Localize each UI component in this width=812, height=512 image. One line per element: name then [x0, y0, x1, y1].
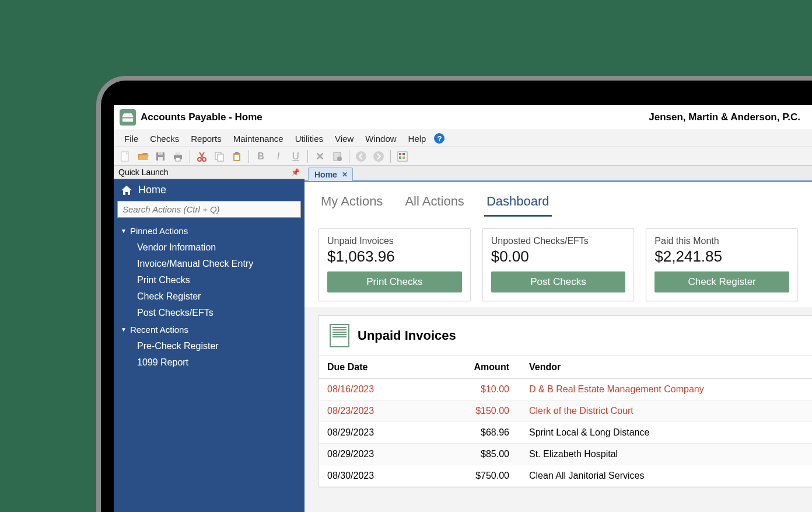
svg-point-9 [198, 158, 201, 161]
menu-view[interactable]: View [329, 132, 359, 145]
subtab-dashboard[interactable]: Dashboard [484, 190, 552, 217]
cell-due-date: 08/29/2023 [319, 444, 436, 465]
separator [307, 150, 308, 163]
toolbar: B I U ✕ [114, 147, 812, 166]
col-vendor[interactable]: Vendor [517, 356, 812, 379]
menu-file[interactable]: File [118, 132, 144, 145]
svg-rect-22 [402, 153, 405, 155]
recent-label: Recent Actions [130, 325, 188, 335]
dashboard-cards: Unpaid Invoices $1,063.96 Print Checks U… [304, 217, 812, 307]
svg-rect-1 [123, 117, 133, 119]
action-vendor-information[interactable]: Vendor Information [114, 239, 304, 256]
table-row[interactable]: 08/30/2023$750.00Clean All Janitorial Se… [319, 465, 812, 487]
table-row[interactable]: 08/29/2023$85.00St. Elizabeth Hospital [319, 444, 812, 465]
menu-utilities[interactable]: Utilities [289, 132, 329, 145]
table-row[interactable]: 08/29/2023$68.96Sprint Local & Long Dist… [319, 422, 812, 444]
svg-point-17 [337, 156, 342, 161]
cell-vendor: D & B Real Estate Management Company [517, 379, 812, 400]
svg-rect-5 [158, 157, 163, 161]
options-icon[interactable] [396, 149, 410, 163]
body: Quick Launch 📌 Home ▼ Pinned Actions [114, 166, 812, 512]
col-due-date[interactable]: Due Date [319, 356, 436, 379]
cell-due-date: 08/30/2023 [319, 465, 436, 487]
svg-rect-8 [176, 158, 180, 161]
paste-icon[interactable] [230, 149, 244, 163]
pinned-label: Pinned Actions [130, 226, 188, 236]
menu-maintenance[interactable]: Maintenance [228, 132, 289, 145]
document-tab-strip: Home ✕ [304, 166, 812, 182]
cut-icon[interactable] [195, 149, 209, 163]
card-label: Unpaid Invoices [327, 236, 462, 246]
subtab-all-actions[interactable]: All Actions [402, 190, 467, 217]
menu-window[interactable]: Window [359, 132, 402, 145]
sidebar-home[interactable]: Home [114, 179, 304, 201]
table-row[interactable]: 08/16/2023$10.00D & B Real Estate Manage… [319, 379, 812, 400]
menu-bar: File Checks Reports Maintenance Utilitie… [114, 130, 812, 147]
save-icon[interactable] [153, 149, 167, 163]
svg-rect-12 [218, 154, 223, 161]
print-checks-button[interactable]: Print Checks [327, 271, 462, 292]
pin-icon[interactable]: 📌 [291, 168, 300, 176]
new-icon[interactable] [118, 149, 132, 163]
action-post-checks[interactable]: Post Checks/EFTs [114, 305, 304, 321]
card-unposted-checks: Unposted Checks/EFTs $0.00 Post Checks [482, 228, 635, 301]
menu-checks[interactable]: Checks [144, 132, 185, 145]
cell-vendor: St. Elizabeth Hospital [517, 444, 812, 465]
home-label: Home [138, 184, 166, 196]
open-icon[interactable] [136, 149, 150, 163]
svg-rect-21 [399, 153, 401, 155]
separator [390, 150, 391, 163]
table-row[interactable]: 08/23/2023$150.00Clerk of the District C… [319, 400, 812, 422]
action-print-checks[interactable]: Print Checks [114, 272, 304, 288]
search-input[interactable] [117, 201, 301, 218]
svg-rect-7 [176, 152, 180, 155]
check-register-button[interactable]: Check Register [654, 271, 789, 292]
title-bar: Accounts Payable - Home Jensen, Martin &… [114, 105, 812, 130]
recent-actions-header[interactable]: ▼ Recent Actions [114, 321, 304, 338]
bold-icon[interactable]: B [254, 149, 268, 163]
cell-due-date: 08/23/2023 [319, 400, 436, 422]
delete-icon[interactable]: ✕ [313, 149, 327, 163]
separator [190, 150, 190, 163]
section-header: Unpaid Invoices [319, 316, 812, 356]
svg-rect-4 [158, 152, 163, 155]
separator [249, 150, 249, 163]
invoice-table: Due Date Amount Vendor 08/16/2023$10.00D… [319, 356, 812, 487]
cell-amount: $68.96 [436, 422, 517, 444]
pinned-actions-header[interactable]: ▼ Pinned Actions [114, 222, 304, 239]
svg-point-10 [202, 158, 206, 161]
underline-icon[interactable]: U [289, 149, 303, 163]
action-1099-report[interactable]: 1099 Report [114, 354, 304, 371]
search-actions [117, 201, 301, 218]
attach-icon[interactable] [330, 149, 344, 163]
home-icon [121, 185, 132, 196]
cell-due-date: 08/16/2023 [319, 379, 436, 400]
card-label: Paid this Month [654, 236, 789, 246]
menu-help[interactable]: Help [402, 132, 432, 145]
action-check-register[interactable]: Check Register [114, 288, 304, 305]
svg-rect-0 [123, 116, 133, 122]
menu-reports[interactable]: Reports [185, 132, 228, 145]
col-amount[interactable]: Amount [436, 356, 517, 379]
action-pre-check-register[interactable]: Pre-Check Register [114, 338, 304, 354]
italic-icon[interactable]: I [271, 149, 285, 163]
action-invoice-entry[interactable]: Invoice/Manual Check Entry [114, 256, 304, 272]
close-icon[interactable]: ✕ [342, 170, 348, 179]
svg-point-19 [373, 151, 384, 162]
copy-icon[interactable] [212, 149, 226, 163]
forward-icon[interactable] [372, 149, 386, 163]
back-icon[interactable] [354, 149, 368, 163]
sidebar: Quick Launch 📌 Home ▼ Pinned Actions [114, 166, 304, 512]
cell-amount: $150.00 [436, 400, 517, 422]
quick-launch-label: Quick Launch [118, 168, 169, 177]
subtab-my-actions[interactable]: My Actions [318, 190, 385, 217]
laptop-bezel: Accounts Payable - Home Jensen, Martin &… [101, 81, 812, 512]
tab-home[interactable]: Home ✕ [308, 168, 353, 181]
post-checks-button[interactable]: Post Checks [491, 271, 626, 292]
card-unpaid-invoices: Unpaid Invoices $1,063.96 Print Checks [318, 228, 471, 301]
print-icon[interactable] [171, 149, 185, 163]
help-icon[interactable]: ? [434, 133, 444, 144]
sidebar-content: Home ▼ Pinned Actions Vendor Information… [114, 179, 304, 512]
cell-amount: $85.00 [436, 444, 517, 465]
sub-tab-strip: My Actions All Actions Dashboard [304, 182, 812, 217]
